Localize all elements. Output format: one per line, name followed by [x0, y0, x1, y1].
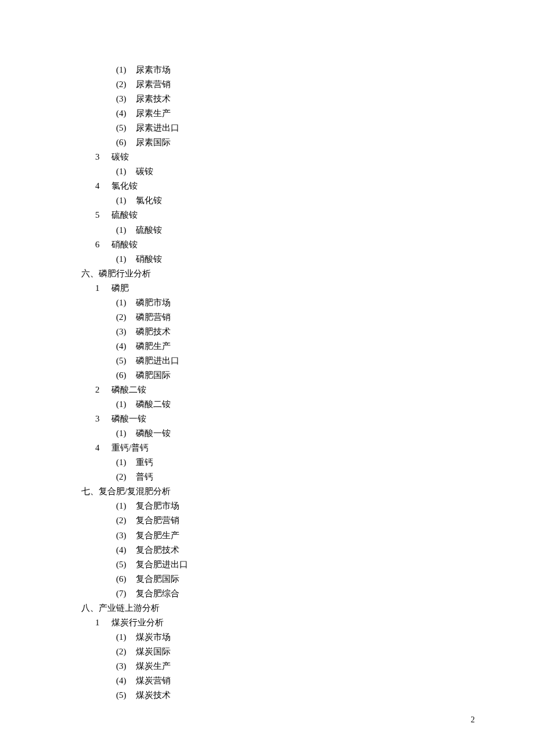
outline-row: (1)尿素市场 — [81, 63, 453, 77]
outline-number: (6) — [116, 572, 136, 586]
outline-number: (4) — [116, 543, 136, 557]
outline-number: (3) — [116, 659, 136, 674]
outline-row: (5)复合肥进出口 — [81, 557, 453, 572]
outline-number: (4) — [116, 106, 136, 121]
outline-text: 普钙 — [136, 472, 153, 481]
outline-number: 八、 — [81, 601, 99, 615]
outline-number: (1) — [116, 193, 136, 208]
outline-row: 4氯化铵 — [81, 179, 453, 193]
outline-row: 八、产业链上游分析 — [81, 601, 453, 615]
outline-number: (1) — [116, 296, 136, 310]
outline-row: (6)磷肥国际 — [81, 368, 453, 383]
outline-number: (3) — [116, 92, 136, 106]
outline-text: 氯化铵 — [111, 181, 138, 190]
outline-text: 煤炭营销 — [136, 676, 171, 685]
outline-row: (4)磷肥生产 — [81, 339, 453, 354]
outline-text: 尿素进出口 — [136, 123, 179, 132]
outline-text: 磷肥 — [111, 283, 129, 293]
outline-number: (1) — [116, 499, 136, 513]
outline-number: (2) — [116, 77, 136, 92]
outline-number: 3 — [95, 150, 111, 164]
outline-number: (1) — [116, 397, 136, 412]
outline-row: (1)硫酸铵 — [81, 223, 453, 237]
outline-row: (2)尿素营销 — [81, 77, 453, 92]
outline-text: 碳铵 — [136, 167, 153, 176]
outline-row: (1)硝酸铵 — [81, 252, 453, 267]
outline-number: (1) — [116, 455, 136, 470]
outline-number: 6 — [95, 237, 111, 252]
outline-number: (1) — [116, 252, 136, 267]
outline-text: 复合肥生产 — [136, 531, 179, 540]
outline-row: (6)尿素国际 — [81, 135, 453, 150]
outline-number: (1) — [116, 63, 136, 77]
outline-text: 磷酸一铵 — [136, 429, 171, 438]
outline-number: (5) — [116, 121, 136, 135]
outline-row: (1)碳铵 — [81, 164, 453, 179]
outline-number: (4) — [116, 339, 136, 354]
outline-row: (1)磷肥市场 — [81, 296, 453, 310]
outline-number: (1) — [116, 630, 136, 645]
outline-text: 复合肥进出口 — [136, 560, 188, 569]
outline-text: 重钙 — [136, 458, 153, 467]
outline-row: (3)复合肥生产 — [81, 528, 453, 543]
outline-number: (1) — [116, 426, 136, 441]
outline-text: 尿素营销 — [136, 80, 171, 89]
outline-row: (5)煤炭技术 — [81, 688, 453, 703]
outline-number: 4 — [95, 179, 111, 193]
outline-text: 碳铵 — [111, 152, 129, 161]
outline-text: 复合肥市场 — [136, 501, 179, 510]
outline-text: 硝酸铵 — [136, 254, 162, 264]
document-page: (1)尿素市场(2)尿素营销(3)尿素技术(4)尿素生产(5)尿素进出口(6)尿… — [0, 0, 534, 703]
outline-text: 磷肥技术 — [136, 327, 171, 336]
outline-row: (2)磷肥营销 — [81, 310, 453, 325]
outline-text: 煤炭行业分析 — [111, 618, 164, 627]
outline-row: 1磷肥 — [81, 281, 453, 296]
outline-text: 煤炭国际 — [136, 647, 171, 656]
outline-text: 产业链上游分析 — [99, 603, 160, 613]
outline-text: 尿素生产 — [136, 109, 171, 118]
outline-row: 2磷酸二铵 — [81, 383, 453, 397]
outline-row: (1)磷酸二铵 — [81, 397, 453, 412]
outline-number: (2) — [116, 470, 136, 484]
outline-text: 复合肥/复混肥分析 — [99, 487, 171, 496]
outline-number: 4 — [95, 441, 111, 455]
outline-text: 硫酸铵 — [111, 210, 138, 219]
outline-row: (1)煤炭市场 — [81, 630, 453, 645]
outline-text: 磷肥进出口 — [136, 356, 179, 365]
outline-text: 磷酸二铵 — [111, 385, 146, 394]
outline-number: (5) — [116, 354, 136, 368]
outline-row: 3碳铵 — [81, 150, 453, 164]
outline-number: 5 — [95, 208, 111, 222]
outline-text: 硫酸铵 — [136, 225, 162, 235]
outline-row: 4重钙/普钙 — [81, 441, 453, 455]
outline-number: (2) — [116, 310, 136, 325]
outline-text: 磷肥营销 — [136, 312, 171, 322]
outline-row: (2)复合肥营销 — [81, 513, 453, 528]
outline-number: (1) — [116, 164, 136, 179]
outline-number: (3) — [116, 528, 136, 543]
outline-text: 磷酸二铵 — [136, 399, 171, 409]
outline-text: 复合肥技术 — [136, 545, 179, 555]
outline-text: 磷肥国际 — [136, 370, 171, 380]
outline-row: (4)尿素生产 — [81, 106, 453, 121]
outline-text: 复合肥国际 — [136, 574, 179, 584]
outline-text: 尿素市场 — [136, 65, 171, 74]
outline-number: (7) — [116, 586, 136, 601]
outline-text: 尿素国际 — [136, 138, 171, 147]
outline-number: 1 — [95, 615, 111, 630]
outline-row: (5)尿素进出口 — [81, 121, 453, 135]
outline-row: 六、磷肥行业分析 — [81, 267, 453, 281]
outline-row: (3)尿素技术 — [81, 92, 453, 106]
outline-text: 煤炭市场 — [136, 632, 171, 642]
outline-number: (5) — [116, 688, 136, 703]
outline-row: (3)煤炭生产 — [81, 659, 453, 674]
outline-number: (1) — [116, 223, 136, 237]
outline-number: (5) — [116, 557, 136, 572]
outline-row: 5硫酸铵 — [81, 208, 453, 222]
outline-text: 尿素技术 — [136, 94, 171, 103]
outline-row: (1)复合肥市场 — [81, 499, 453, 513]
outline-row: 1煤炭行业分析 — [81, 615, 453, 630]
outline-text: 磷酸一铵 — [111, 414, 146, 423]
outline-number: (4) — [116, 674, 136, 688]
outline-text: 煤炭生产 — [136, 661, 171, 671]
